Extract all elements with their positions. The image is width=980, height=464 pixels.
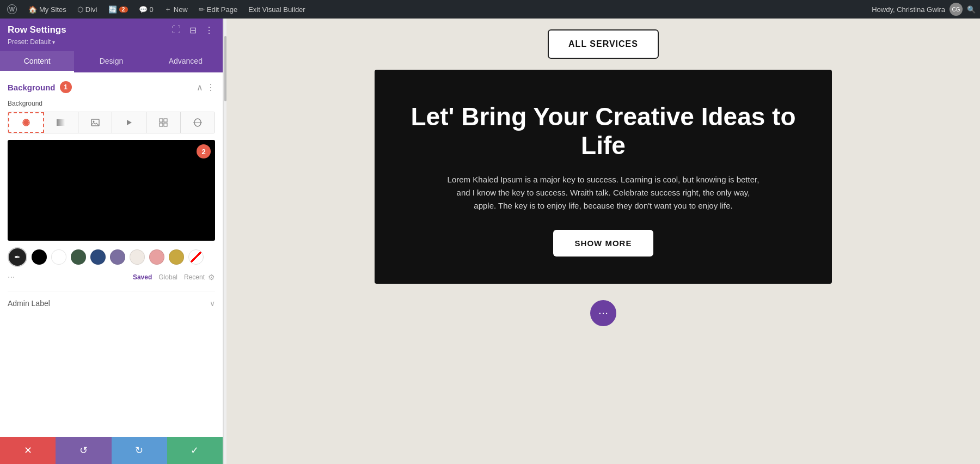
admin-bar: W 🏠 My Sites ⬡ Divi 🔄 2 💬 0 ＋ New ✏ Edit… bbox=[0, 0, 980, 19]
user-info: Howdy, Christina Gwira CG 🔍 bbox=[872, 3, 976, 16]
show-more-button[interactable]: SHOW MORE bbox=[553, 230, 654, 257]
background-sub-label: Background bbox=[8, 100, 215, 107]
bg-type-image-btn[interactable] bbox=[78, 112, 113, 133]
svg-marker-7 bbox=[127, 120, 132, 125]
color-tab-saved[interactable]: Saved bbox=[130, 272, 155, 282]
swatch-cream[interactable] bbox=[130, 249, 145, 265]
swatch-pink[interactable] bbox=[149, 249, 164, 265]
admin-label-title: Admin Label bbox=[8, 299, 50, 308]
color-tab-global[interactable]: Global bbox=[155, 272, 181, 282]
section-more-icon[interactable]: ⋮ bbox=[206, 82, 215, 93]
eyedropper-icon: ✒ bbox=[14, 253, 21, 261]
svg-rect-8 bbox=[160, 119, 163, 122]
background-section-title: Background bbox=[8, 83, 56, 92]
swatch-black[interactable] bbox=[32, 249, 47, 265]
updates-btn[interactable]: 🔄 2 bbox=[106, 0, 130, 19]
exit-builder-btn[interactable]: Exit Visual Builder bbox=[246, 0, 308, 19]
swatch-dark-green[interactable] bbox=[71, 249, 86, 265]
color-preview-badge: 2 bbox=[197, 144, 211, 158]
bg-type-gradient-btn[interactable] bbox=[44, 112, 78, 133]
panel-header: Row Settings ⛶ ⊟ ⋮ Preset: Default bbox=[0, 19, 223, 51]
undo-button[interactable]: ↺ bbox=[56, 437, 111, 464]
color-picker-row: ✒ bbox=[8, 247, 215, 267]
avatar[interactable]: CG bbox=[950, 3, 963, 16]
undo-icon: ↺ bbox=[79, 444, 88, 456]
panel-title-icons: ⛶ ⊟ ⋮ bbox=[170, 24, 215, 36]
collapse-icon[interactable]: ∧ bbox=[197, 82, 203, 93]
edit-page-btn[interactable]: ✏ Edit Page bbox=[197, 0, 240, 19]
bg-type-pattern-btn[interactable] bbox=[146, 112, 181, 133]
hero-section: Let' Bring Your Creative Ideas to Life L… bbox=[375, 70, 832, 284]
preset-selector[interactable]: Preset: Default bbox=[8, 38, 215, 46]
my-sites-btn[interactable]: 🏠 My Sites bbox=[26, 0, 69, 19]
columns-icon[interactable]: ⊟ bbox=[187, 24, 199, 36]
panel-title: Row Settings bbox=[8, 25, 66, 35]
all-services-button[interactable]: ALL SERVICES bbox=[548, 29, 659, 59]
redo-icon: ↻ bbox=[135, 444, 143, 456]
background-badge: 1 bbox=[60, 81, 72, 93]
tab-design[interactable]: Design bbox=[74, 51, 148, 72]
tab-advanced[interactable]: Advanced bbox=[149, 51, 223, 72]
home-icon: 🏠 bbox=[28, 5, 37, 14]
scroll-thumb bbox=[224, 36, 226, 101]
bg-type-row bbox=[8, 112, 215, 133]
hero-body: Lorem Khaled Ipsum is a major key to suc… bbox=[445, 173, 761, 212]
color-preview-box[interactable]: 2 bbox=[8, 140, 215, 241]
panel-scrollbar[interactable] bbox=[223, 19, 226, 464]
pencil-icon: ✏ bbox=[199, 5, 205, 14]
svg-point-2 bbox=[23, 120, 29, 125]
cancel-icon: ✕ bbox=[24, 444, 32, 456]
more-options-icon[interactable]: ⋮ bbox=[203, 24, 215, 36]
save-icon: ✓ bbox=[191, 444, 199, 456]
divi-btn[interactable]: ⬡ Divi bbox=[75, 0, 100, 19]
comments-icon: 💬 bbox=[139, 5, 148, 14]
page-preview: ALL SERVICES Let' Bring Your Creative Id… bbox=[226, 19, 980, 464]
color-tabs: ··· Saved Global Recent ⚙ bbox=[8, 272, 215, 282]
bg-type-mask-btn[interactable] bbox=[181, 112, 215, 133]
color-settings-gear-icon[interactable]: ⚙ bbox=[208, 273, 215, 282]
swatch-gold[interactable] bbox=[169, 249, 184, 265]
color-tab-recent[interactable]: Recent bbox=[181, 272, 208, 282]
admin-label-toggle[interactable]: Admin Label ∨ bbox=[8, 299, 215, 308]
swatch-clear[interactable] bbox=[188, 249, 204, 265]
swatch-navy[interactable] bbox=[90, 249, 106, 265]
svg-rect-9 bbox=[164, 119, 167, 122]
more-dots[interactable]: ··· bbox=[8, 272, 15, 282]
save-button[interactable]: ✓ bbox=[167, 437, 223, 464]
svg-rect-10 bbox=[160, 123, 163, 126]
tab-content[interactable]: Content bbox=[0, 51, 74, 72]
hero-title: Let' Bring Your Creative Ideas to Life bbox=[407, 102, 799, 160]
chevron-down-icon: ∨ bbox=[210, 299, 215, 308]
wordpress-icon-btn[interactable]: W bbox=[4, 0, 20, 19]
comments-btn[interactable]: 💬 0 bbox=[137, 0, 156, 19]
svg-rect-11 bbox=[164, 123, 167, 126]
expand-icon[interactable]: ⛶ bbox=[170, 24, 182, 36]
row-settings-panel: Row Settings ⛶ ⊟ ⋮ Preset: Default Conte… bbox=[0, 19, 223, 464]
svg-text:W: W bbox=[9, 6, 15, 13]
panel-content: Background 1 ∧ ⋮ Background bbox=[0, 72, 223, 437]
svg-rect-4 bbox=[57, 119, 65, 126]
bg-type-color-btn[interactable] bbox=[8, 112, 44, 133]
admin-label-section: Admin Label ∨ bbox=[8, 291, 215, 308]
color-picker-active-btn[interactable]: ✒ bbox=[8, 247, 27, 267]
fab-button[interactable]: ··· bbox=[590, 300, 616, 326]
swatch-white[interactable] bbox=[51, 249, 66, 265]
new-content-btn[interactable]: ＋ New bbox=[162, 0, 190, 19]
bottom-action-bar: ✕ ↺ ↻ ✓ bbox=[0, 437, 223, 464]
swatch-purple[interactable] bbox=[110, 249, 125, 265]
redo-button[interactable]: ↻ bbox=[112, 437, 167, 464]
cancel-button[interactable]: ✕ bbox=[0, 437, 56, 464]
plus-icon: ＋ bbox=[164, 4, 171, 14]
search-icon[interactable]: 🔍 bbox=[967, 5, 976, 14]
bg-type-video-btn[interactable] bbox=[112, 112, 146, 133]
background-section-header: Background 1 ∧ ⋮ bbox=[8, 81, 215, 93]
divi-icon: ⬡ bbox=[77, 5, 83, 14]
panel-tabs: Content Design Advanced bbox=[0, 51, 223, 72]
wordpress-icon: W bbox=[7, 4, 17, 15]
svg-point-6 bbox=[93, 121, 94, 123]
updates-icon: 🔄 bbox=[108, 5, 117, 14]
